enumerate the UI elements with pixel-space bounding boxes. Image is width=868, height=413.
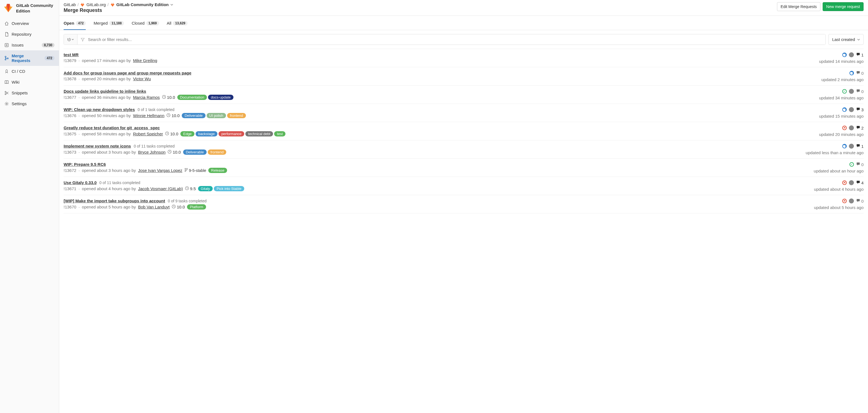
merge-request-ref[interactable]: !13676 [64,113,76,118]
search-input[interactable] [87,34,826,45]
comments-count[interactable]: 2 [856,125,864,130]
comments-count[interactable]: 4 [856,180,864,185]
edit-merge-requests-button[interactable]: Edit Merge Requests [777,2,820,11]
merge-request-ref[interactable]: !13671 [64,186,76,191]
sidebar-item-issues[interactable]: Issues8,730 [0,39,59,50]
merge-request-title[interactable]: WIP: Prepare 9.5 RC6 [64,162,106,167]
pipeline-running-icon[interactable] [842,53,847,57]
merge-request-ref[interactable]: !13678 [64,77,76,81]
chevron-down-icon[interactable] [170,2,173,7]
merge-request-title[interactable]: Docs update links guideline to inline li… [64,89,146,94]
new-merge-request-button[interactable]: New merge request [823,2,864,11]
sidebar-item-ci-cd[interactable]: CI / CD [0,66,59,77]
pipeline-passed-icon[interactable]: ✓ [842,89,847,94]
label-chip[interactable]: performance [219,131,244,137]
label-chip[interactable]: Documentation [177,95,207,100]
label-chip[interactable]: frontend [208,149,226,155]
milestone[interactable]: 10.0 [166,113,180,118]
author-link[interactable]: Bryce Johnson [138,150,165,154]
comments-count[interactable]: 0 [856,89,864,94]
assignee-avatar[interactable] [849,180,854,185]
target-branch[interactable]: 9-5-stable [185,168,206,173]
comments-count[interactable]: 3 [856,107,864,112]
author-link[interactable]: Jacob Vosmaer (GitLab) [138,186,183,191]
sidebar-item-snippets[interactable]: Snippets [0,87,59,98]
svg-point-4 [7,58,8,59]
pipeline-running-icon[interactable] [849,71,854,75]
tab-open[interactable]: Open472 [64,21,86,30]
merge-request-title[interactable]: Implement new system note icons [64,144,131,148]
author-link[interactable]: Mike Greiling [133,58,157,63]
milestone[interactable]: 10.0 [167,150,181,154]
assignee-avatar[interactable] [849,125,854,130]
author-link[interactable]: Winnie Hellmann [133,113,164,118]
breadcrumb-link-group[interactable]: GitLab.org [86,2,106,7]
merge-request-title[interactable]: Use Gitaly 0.33.0 [64,180,96,185]
assignee-avatar[interactable] [849,52,854,57]
history-button[interactable] [64,34,78,45]
pipeline-running-icon[interactable] [842,108,847,112]
merge-request-ref[interactable]: !13673 [64,150,76,154]
label-chip[interactable]: docs-update [208,95,234,100]
sidebar-item-merge-requests[interactable]: Merge Requests472 [0,50,59,66]
pipeline-failed-icon[interactable]: ✕ [842,180,847,185]
sidebar-item-repository[interactable]: Repository [0,29,59,39]
author-link[interactable]: Robert Speicher [133,131,163,136]
comments-count[interactable]: 1 [856,52,864,57]
milestone[interactable]: 10.0 [162,95,175,100]
sidebar-item-wiki[interactable]: Wiki [0,77,59,87]
label-chip[interactable]: backstage [195,131,217,137]
label-chip[interactable]: frontend [227,113,246,118]
breadcrumb-current[interactable]: GitLab Community Edition [117,2,169,7]
assignee-avatar[interactable] [849,89,854,94]
merge-request-title[interactable]: WIP: Clean up new dropdown styles [64,107,135,112]
sidebar-item-settings[interactable]: Settings [0,98,59,109]
merge-request-title[interactable]: Greatly reduce test duration for git_acc… [64,125,160,130]
pipeline-passed-icon[interactable]: ✓ [849,162,854,167]
sort-dropdown[interactable]: Last created [829,34,864,45]
merge-request-ref[interactable]: !13672 [64,168,76,173]
tab-closed[interactable]: Closed1,969 [132,21,159,30]
assignee-avatar[interactable] [849,199,854,203]
label-chip[interactable]: UI polish [207,113,226,118]
merge-request-ref[interactable]: !13679 [64,58,76,63]
merge-request-title[interactable]: Add docs for group issues page and group… [64,70,191,75]
tab-all[interactable]: All13,629 [167,21,188,30]
milestone[interactable]: 10.0 [172,205,185,209]
merge-request-ref[interactable]: !13677 [64,95,76,100]
merge-request-ref[interactable]: !13670 [64,205,76,209]
milestone[interactable]: 10.0 [165,131,178,136]
label-chip[interactable]: Platform [187,204,206,210]
pipeline-failed-icon[interactable]: ✕ [842,126,847,130]
merge-request-title[interactable]: test MR [64,52,79,57]
label-chip[interactable]: Edge [180,131,194,137]
label-chip[interactable]: Release [208,168,227,173]
comments-count[interactable]: 0 [856,162,864,167]
author-link[interactable]: Jose Ivan Vargas Lopez [138,168,182,173]
label-chip[interactable]: technical debt [245,131,273,137]
tab-merged[interactable]: Merged11,188 [93,21,124,30]
label-chip[interactable]: Deliverable [182,113,205,118]
assignee-avatar[interactable] [849,144,854,149]
comments-count[interactable]: 1 [856,144,864,149]
comment-icon [856,70,860,76]
author-link[interactable]: Bob Van Landuyt [138,205,169,209]
comments-count[interactable]: 0 [856,70,864,76]
label-chip[interactable]: Pick into Stable [214,186,244,191]
pipeline-failed-icon[interactable]: ✕ [842,199,847,203]
merge-request-ref[interactable]: !13675 [64,131,76,136]
author-link[interactable]: Marcia Ramos [133,95,160,100]
project-title[interactable]: GitLab Community Edition [16,3,56,13]
pipeline-running-icon[interactable] [842,144,847,148]
breadcrumb-link-root[interactable]: GitLab [64,2,76,7]
comments-count[interactable]: 0 [856,199,864,203]
label-chip[interactable]: test [274,131,285,137]
label-chip[interactable]: Gitaly [198,186,213,191]
sidebar-item-overview[interactable]: Overview [0,18,59,29]
milestone[interactable]: 9.5 [185,186,196,191]
assignee-avatar[interactable] [849,107,854,112]
author-link[interactable]: Victor Wu [133,77,151,81]
label-chip[interactable]: Deliverable [183,149,207,155]
updated-text: updated less than a minute ago [806,150,864,155]
merge-request-title[interactable]: [WIP] Make the import take subgroups int… [64,199,165,203]
